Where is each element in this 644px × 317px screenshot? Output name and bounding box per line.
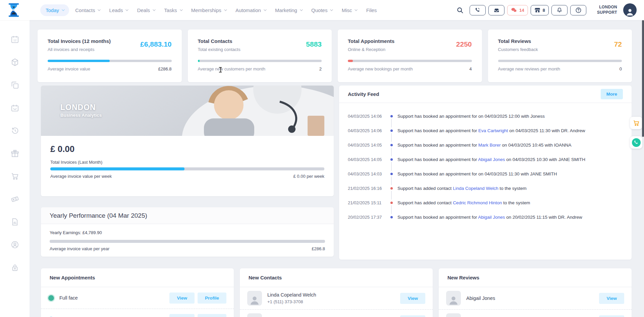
stat-title: Total Invoices (12 months) (48, 38, 111, 44)
chevron-down-icon (355, 8, 358, 11)
feed-contact-link[interactable]: Mark Borer (478, 143, 501, 148)
view-button[interactable]: View (400, 293, 425, 304)
store-button[interactable]: 8 (531, 5, 549, 15)
copy-icon[interactable] (10, 81, 19, 90)
avatar (247, 313, 262, 317)
view-button[interactable]: View (599, 293, 624, 304)
feed-contact-link[interactable]: Linda Copeland Welch (453, 186, 498, 191)
activity-feed-list: 04/03/2025 14:06 Support has booked an a… (339, 103, 632, 224)
floating-cart-button[interactable] (630, 117, 642, 129)
profile-button[interactable]: Profile (198, 293, 226, 304)
timeline-dot (390, 115, 393, 117)
cart-icon[interactable] (10, 172, 19, 181)
feed-timestamp: 04/03/2025 14:06 (348, 128, 385, 133)
more-button[interactable]: More (601, 89, 623, 99)
timeline-dot-column (385, 109, 397, 123)
nav-marketing[interactable]: Marketing (272, 4, 305, 16)
feed-contact-link[interactable]: Cedric Richmond Hinton (453, 200, 502, 205)
progress-track (348, 60, 472, 62)
feed-text: Support has added contact (397, 186, 453, 191)
help-button[interactable] (570, 5, 586, 15)
booking-icon[interactable] (10, 103, 19, 112)
lock-icon[interactable] (10, 263, 19, 272)
feed-text: to the system (502, 200, 530, 205)
feed-contact-link[interactable]: Abigail Jones (478, 215, 505, 220)
user-avatar[interactable] (623, 3, 637, 17)
nav-misc[interactable]: Misc (338, 4, 360, 16)
stat-subtitle: Customers feedback (498, 47, 538, 52)
feed-contact-link[interactable]: Abigail Jones (478, 157, 505, 162)
view-button[interactable]: View (599, 315, 624, 317)
view-button[interactable]: View (169, 293, 195, 304)
appointment-row: Full face View Profile (41, 287, 234, 309)
yearly-title: Yearly Performance (04 Mar 2025) (50, 212, 147, 219)
calendar-icon[interactable]: 12 (10, 35, 19, 44)
progress-track (48, 60, 172, 62)
phone-icon (475, 7, 481, 13)
user-name: LONDON SUPPORT (593, 5, 617, 15)
inbox-button[interactable] (488, 5, 504, 15)
left-sidebar: 12 (0, 20, 30, 317)
nav-leads[interactable]: Leads (106, 4, 131, 16)
timeline-dot-column (385, 138, 397, 152)
nav-today[interactable]: Today (40, 4, 69, 16)
floating-call-button[interactable] (630, 136, 642, 149)
feed-entry: 04/03/2025 14:05 Support has booked an a… (348, 152, 623, 167)
notifications-button[interactable] (551, 5, 568, 15)
feed-text: on 20/02/2025 11:15 with DR. Andrew (505, 215, 582, 220)
chevron-down-icon (98, 8, 101, 11)
timeline-dot (390, 216, 393, 218)
store-icon (534, 7, 541, 13)
feed-entry: 21/02/2025 15:11 Support has added conta… (348, 196, 623, 210)
gift-icon[interactable] (10, 149, 19, 158)
appointment-row: Upper lip View Profile (41, 309, 234, 317)
feed-timestamp: 04/03/2025 14:05 (348, 143, 385, 148)
nav-contacts[interactable]: Contacts (72, 4, 103, 16)
progress-track (50, 167, 324, 170)
nav-tasks-label: Tasks (164, 7, 177, 13)
search-icon[interactable] (454, 4, 466, 16)
stat-subtitle: All invoices and receipts (48, 47, 111, 52)
nav-files[interactable]: Files (363, 4, 380, 16)
stat-footer-value: £286.8 (158, 66, 172, 71)
package-icon[interactable] (10, 58, 19, 67)
nav-tasks[interactable]: Tasks (161, 4, 185, 16)
progress-fill (348, 60, 353, 62)
chevron-down-icon (264, 8, 267, 11)
chevron-down-icon (180, 8, 183, 11)
feed-contact-link[interactable]: Eva Cartwright (478, 128, 508, 133)
progress-fill (48, 60, 110, 62)
report-icon[interactable] (10, 217, 19, 226)
voucher-icon[interactable] (10, 195, 19, 204)
feed-text: Support has booked an appointment for (397, 128, 478, 133)
progress-track (50, 240, 325, 243)
account-icon[interactable] (10, 240, 19, 249)
banner-image: LONDON Business Analytics (41, 86, 334, 136)
view-button[interactable]: View (400, 315, 425, 317)
profile-button[interactable]: Profile (198, 314, 226, 317)
nav-automation[interactable]: Automation (232, 4, 269, 16)
avatar (446, 291, 461, 306)
view-button[interactable]: View (169, 314, 195, 317)
stat-value: 2250 (456, 40, 472, 52)
banner-title: LONDON (60, 103, 102, 112)
chat-button[interactable]: 14 (507, 5, 528, 15)
history-icon[interactable] (10, 126, 19, 135)
nav-memberships[interactable]: Memberships (188, 4, 229, 16)
banner-text: LONDON Business Analytics (60, 103, 102, 118)
nav-deals[interactable]: Deals (134, 4, 158, 16)
stat-footer-label: Average new customers per month (198, 66, 265, 71)
stat-value: 5883 (306, 40, 322, 52)
phone-button[interactable] (470, 5, 486, 15)
scrollbar[interactable] (642, 20, 644, 137)
nav-automation-label: Automation (235, 7, 261, 13)
app-logo-icon[interactable] (7, 3, 21, 17)
stat-footer-label: Average invoice value (48, 66, 90, 71)
nav-quotes[interactable]: Quotes (308, 4, 336, 16)
progress-track (198, 60, 322, 62)
timeline-dot-column (385, 181, 397, 196)
stat-title: Total Contacts (198, 38, 240, 44)
feed-entry: 21/02/2025 16:16 Support has added conta… (348, 181, 623, 196)
yearly-footer-label: Average invoice value per year (50, 246, 109, 251)
main-nav: Today Contacts Leads Deals Tasks Members… (40, 4, 380, 16)
